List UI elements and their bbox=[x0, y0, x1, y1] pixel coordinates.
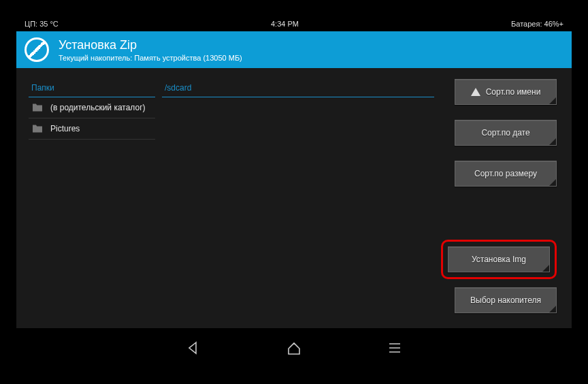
folder-icon bbox=[31, 103, 44, 112]
folder-pictures[interactable]: Pictures bbox=[29, 118, 155, 140]
sort-by-name-button[interactable]: Сорт.по имени bbox=[455, 79, 557, 105]
clock: 4:34 PM bbox=[271, 20, 299, 28]
highlight-frame: Установка Img bbox=[441, 240, 557, 279]
folders-column: Папки (в родительский каталог) Pictures bbox=[29, 79, 155, 328]
button-label: Сорт.по размеру bbox=[474, 169, 537, 178]
button-label: Установка Img bbox=[472, 255, 526, 264]
folder-label: Pictures bbox=[50, 124, 80, 133]
back-icon[interactable] bbox=[186, 340, 201, 355]
button-label: Выбор накопителя bbox=[470, 295, 541, 305]
folder-icon bbox=[31, 124, 44, 133]
select-storage-button[interactable]: Выбор накопителя bbox=[455, 287, 557, 313]
battery-status: Батарея: 46%+ bbox=[511, 20, 564, 28]
button-label: Сорт.по дате bbox=[481, 128, 529, 138]
button-label: Сорт.по имени bbox=[486, 87, 541, 97]
page-title: Установка Zip bbox=[59, 38, 242, 52]
install-img-button[interactable]: Установка Img bbox=[448, 246, 550, 272]
folder-parent[interactable]: (в родительский каталог) bbox=[29, 97, 155, 118]
cpu-temp: ЦП: 35 °C bbox=[24, 20, 59, 28]
sort-by-size-button[interactable]: Сорт.по размеру bbox=[455, 161, 557, 187]
storage-info: Текущий накопитель: Память устройства (1… bbox=[59, 54, 242, 62]
home-icon[interactable] bbox=[287, 340, 301, 355]
current-path: /sdcard bbox=[162, 79, 434, 97]
sort-by-date-button[interactable]: Сорт.по дате bbox=[455, 120, 557, 146]
menu-icon[interactable] bbox=[387, 340, 402, 355]
status-bar: ЦП: 35 °C 4:34 PM Батарея: 46%+ bbox=[16, 16, 572, 31]
twrp-logo-icon bbox=[24, 37, 49, 62]
sort-asc-icon bbox=[471, 88, 480, 96]
app-header: Установка Zip Текущий накопитель: Память… bbox=[16, 31, 572, 68]
navigation-bar bbox=[16, 328, 572, 368]
folders-heading: Папки bbox=[29, 79, 155, 97]
folder-label: (в родительский каталог) bbox=[50, 103, 146, 112]
files-column: /sdcard bbox=[162, 79, 434, 328]
